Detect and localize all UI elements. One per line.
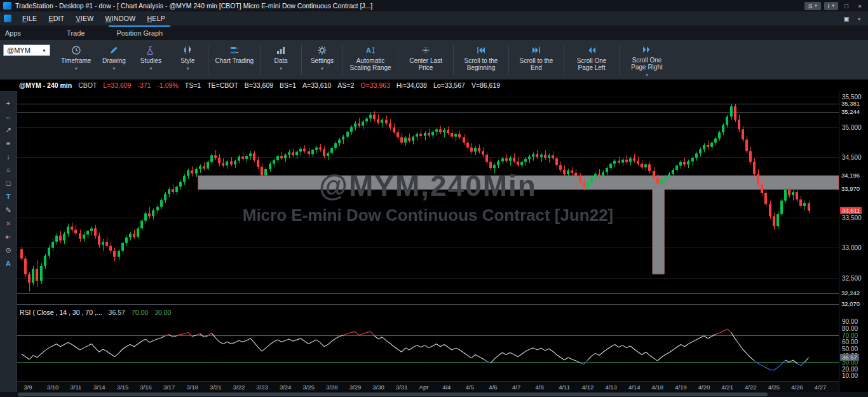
eraser-tool-icon[interactable]: × <box>3 219 14 228</box>
drawing-button[interactable]: Drawing▾ <box>95 40 132 80</box>
price-tick: 32,500 <box>842 275 862 282</box>
center-last-price-button[interactable]: Center Last Price <box>400 40 451 80</box>
zoom-tool-icon[interactable]: ⊙ <box>3 246 14 254</box>
ellipse-tool-icon[interactable]: ○ <box>3 165 14 174</box>
center-price-icon <box>421 45 431 55</box>
restore-window-icon[interactable]: ▣ <box>841 15 851 23</box>
time-label: 4/14 <box>628 384 641 391</box>
time-label: 4/11 <box>559 384 570 391</box>
status-segment: Hi=34,038 <box>397 81 427 89</box>
text-tool-icon[interactable]: T <box>3 192 14 201</box>
chart-toolbar: @MYM ▼ Timeframe▾Drawing▾Studies▾Style▾C… <box>0 40 868 80</box>
lines-menu-icon[interactable]: ≡ <box>3 139 14 148</box>
gear-icon <box>317 45 327 55</box>
time-label: 4/8 <box>536 384 544 391</box>
chart-trading-button[interactable]: Chart Trading <box>210 40 258 80</box>
crosshair-icon[interactable]: + <box>3 99 14 108</box>
arrow-down-tool-icon[interactable]: ↓ <box>3 152 14 161</box>
style-button[interactable]: Style▾ <box>169 40 206 80</box>
chart-plot[interactable]: @MYM,240Min Micro E-mini Dow Continuous … <box>17 91 839 392</box>
scrollbar-thumb[interactable] <box>18 393 768 396</box>
button-label: Scroll to the Beginning <box>460 57 502 71</box>
pencil-tool-icon[interactable]: ✎ <box>3 205 14 214</box>
time-label: 4/26 <box>791 384 803 391</box>
button-label: Scroll to the End <box>515 57 557 71</box>
rsi-tick: 50.00 <box>842 345 858 352</box>
menu-window[interactable]: WINDOW <box>100 13 142 24</box>
scroll-one-page-right-button[interactable]: Scroll One Page Right▾ <box>621 40 672 80</box>
pencil-icon <box>109 45 119 55</box>
timeframe-button[interactable]: Timeframe▾ <box>57 40 95 80</box>
page-left-icon <box>587 45 597 55</box>
chevron-down-icon: ▾ <box>187 65 189 72</box>
chevron-down-icon[interactable]: ▼ <box>42 48 46 53</box>
chart-trading-icon <box>229 45 240 55</box>
button-label: Data <box>274 57 287 64</box>
menu-view[interactable]: VIEW <box>71 13 100 24</box>
button-label: Studies <box>140 57 161 64</box>
price-tick: 33,000 <box>842 244 862 251</box>
indicator-button[interactable]: I▾ <box>824 2 838 10</box>
symbol-input[interactable]: @MYM ▼ <box>3 45 50 56</box>
drawing-toolbar: +↔↗≡↓○□T✎×⇤⊙A <box>0 91 17 392</box>
scroll-end-icon <box>531 45 541 55</box>
maximize-icon[interactable]: □ <box>841 2 851 10</box>
time-label: 4/6 <box>489 384 497 391</box>
status-segment: AS=2 <box>337 81 354 89</box>
tab-position-graph[interactable]: Position Graph <box>109 25 170 40</box>
app-menu-icon[interactable] <box>4 15 11 22</box>
time-label: 4/22 <box>745 384 757 391</box>
menu-help[interactable]: HELP <box>141 13 171 24</box>
menu-items: FILEEDITVIEWWINDOWHELP <box>17 13 171 24</box>
rsi-tick: 10.00 <box>842 372 858 379</box>
button-label: Scroll One Page Left <box>571 57 613 71</box>
auto-scale-icon: A <box>365 45 376 55</box>
menu-file[interactable]: FILE <box>17 13 43 24</box>
price-axis[interactable]: 35,50035,00034,50033,50033,00032,50035,3… <box>839 91 868 392</box>
rectangle-tool-icon[interactable]: □ <box>3 179 14 188</box>
chevron-down-icon: ▾ <box>75 65 78 72</box>
rsi-label[interactable]: RSI ( Close , 14 , 30 , 70 ,... <box>20 309 102 316</box>
menu-edit[interactable]: EDIT <box>43 13 70 24</box>
snap-left-icon[interactable]: ⇤ <box>3 232 14 241</box>
button-label: Center Last Price <box>405 57 447 71</box>
studies-button[interactable]: Studies▾ <box>132 40 169 80</box>
scroll-to-the-end-button[interactable]: Scroll to the End <box>511 40 562 80</box>
strategy-button[interactable]: S▾ <box>804 2 821 10</box>
chevron-down-icon: ▾ <box>280 65 282 72</box>
close-window-icon[interactable]: × <box>854 15 864 23</box>
time-label: 4/20 <box>698 384 710 391</box>
time-label: 4/27 <box>815 384 827 391</box>
rsi-tick: 90.00 <box>842 318 858 325</box>
button-label: Style <box>180 57 194 64</box>
price-tick: 33,500 <box>842 214 862 221</box>
auto-letter-icon[interactable]: A <box>3 259 14 268</box>
tab-trade[interactable]: Trade <box>59 25 92 40</box>
time-axis[interactable]: 3/93/103/113/143/153/163/173/183/213/223… <box>17 381 839 392</box>
status-segment: TE=CBOT <box>207 81 238 89</box>
rsi-overbought-value: 70.00 <box>132 309 148 316</box>
time-label: 4/21 <box>721 384 733 391</box>
toolbar-separator <box>619 45 620 75</box>
tab-row: Apps TradePosition Graph <box>0 25 868 40</box>
time-label: 3/10 <box>47 384 59 391</box>
time-label: 3/22 <box>233 384 245 391</box>
scroll-one-page-left-button[interactable]: Scroll One Page Left <box>566 40 617 80</box>
rsi-header: RSI ( Close , 14 , 30 , 70 ,... 36.57 70… <box>17 307 839 317</box>
apps-menu[interactable]: Apps <box>5 25 21 40</box>
pan-arrows-icon[interactable]: ↔ <box>3 112 14 121</box>
data-button[interactable]: Data▾ <box>262 40 299 80</box>
settings-button[interactable]: Settings▾ <box>304 40 341 80</box>
scroll-to-the-beginning-button[interactable]: Scroll to the Beginning <box>456 40 506 80</box>
time-label: 3/30 <box>372 384 384 391</box>
price-chart-canvas[interactable] <box>17 91 839 307</box>
automatic-scaling-range-button[interactable]: AAutomatic Scaling Range <box>345 40 396 80</box>
close-icon[interactable]: × <box>855 2 865 10</box>
trendline-icon[interactable]: ↗ <box>3 125 14 134</box>
last-price-tag: 33,611 <box>840 207 862 214</box>
toolbar-separator <box>301 45 302 75</box>
rsi-canvas[interactable] <box>17 317 839 381</box>
status-segment: B=33,609 <box>245 81 273 89</box>
chevron-down-icon: ▾ <box>150 65 153 72</box>
horizontal-scrollbar[interactable] <box>0 392 868 397</box>
